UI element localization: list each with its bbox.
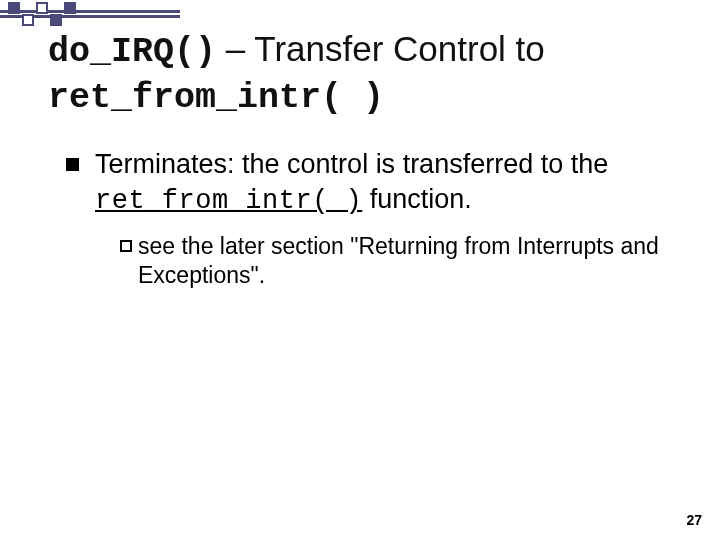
hollow-square-bullet-icon	[120, 240, 132, 252]
title-mid: – Transfer Control to	[216, 29, 545, 68]
title-code-1: do_IRQ()	[48, 32, 216, 72]
title-code-2: ret_from_intr( )	[48, 78, 384, 118]
bullet-level-2: see the later section "Returning from In…	[120, 232, 672, 292]
slide-content: do_IRQ() – Transfer Control to ret_from_…	[0, 0, 720, 291]
slide-title: do_IRQ() – Transfer Control to ret_from_…	[48, 28, 672, 119]
bullet-2-text: see the later section "Returning from In…	[138, 232, 672, 292]
bullet-level-1: Terminates: the control is transferred t…	[66, 147, 672, 219]
bullet-1-code: ret_from_intr( )	[95, 186, 362, 216]
bullet-1-pre: Terminates: the control is transferred t…	[95, 149, 608, 179]
bullet-1-post: function.	[362, 184, 472, 214]
page-number: 27	[686, 512, 702, 528]
bullet-1-text: Terminates: the control is transferred t…	[95, 147, 672, 219]
corner-decoration	[0, 0, 180, 32]
square-bullet-icon	[66, 158, 79, 171]
